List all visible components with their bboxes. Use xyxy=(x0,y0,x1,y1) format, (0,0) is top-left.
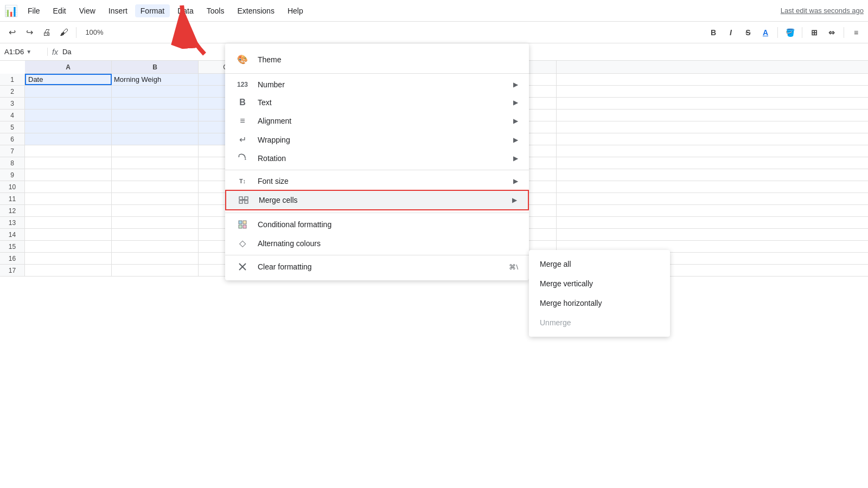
italic-button[interactable]: I xyxy=(723,25,738,40)
menu-file[interactable]: File xyxy=(22,4,46,17)
cell-B13[interactable] xyxy=(112,217,199,228)
merge-all-label: Merge all xyxy=(540,260,571,268)
menu-divider-2 xyxy=(225,170,529,170)
conditional-icon xyxy=(236,220,249,229)
cell-B17[interactable] xyxy=(112,265,199,276)
cell-A12[interactable] xyxy=(25,205,112,216)
col-header-a[interactable]: A xyxy=(25,61,112,73)
cell-A9[interactable] xyxy=(25,169,112,181)
cell-B11[interactable] xyxy=(112,193,199,204)
cell-A11[interactable] xyxy=(25,193,112,204)
format-menu-conditional[interactable]: Conditional formatting xyxy=(225,215,529,234)
conditional-label: Conditional formatting xyxy=(258,220,518,229)
menu-divider-3 xyxy=(225,213,529,213)
cell-A6[interactable] xyxy=(25,133,112,145)
menu-edit[interactable]: Edit xyxy=(48,4,72,17)
cell-B2[interactable] xyxy=(112,86,199,97)
alignment-label: Alignment xyxy=(258,117,505,125)
font-size-label: Font size xyxy=(258,177,505,185)
cell-A16[interactable] xyxy=(25,253,112,264)
merge-cells-icon xyxy=(237,195,250,205)
cell-reference[interactable]: A1:D6 ▼ xyxy=(4,48,48,56)
cell-A2[interactable] xyxy=(25,86,112,97)
format-menu-clear[interactable]: Clear formatting ⌘\ xyxy=(225,258,529,276)
number-arrow: ▶ xyxy=(513,81,518,88)
menu-data[interactable]: Data xyxy=(172,4,199,17)
svg-rect-3 xyxy=(239,201,242,203)
unmerge[interactable]: Unmerge xyxy=(529,313,670,332)
undo-button[interactable]: ↩ xyxy=(4,25,20,40)
strikethrough-button[interactable]: S xyxy=(741,25,756,40)
cell-A5[interactable] xyxy=(25,121,112,133)
wrapping-label: Wrapping xyxy=(258,136,505,144)
format-menu-theme[interactable]: 🎨 Theme xyxy=(225,48,529,71)
cell-A10[interactable] xyxy=(25,181,112,192)
font-size-icon: T↕ xyxy=(236,178,249,184)
menu-insert[interactable]: Insert xyxy=(103,4,133,17)
cell-B3[interactable] xyxy=(112,98,199,109)
format-menu-number[interactable]: 123 Number ▶ xyxy=(225,76,529,93)
row-num-1: 1 xyxy=(0,74,25,85)
merge-all[interactable]: Merge all xyxy=(529,254,670,274)
format-menu-font-size[interactable]: T↕ Font size ▶ xyxy=(225,172,529,190)
cell-B9[interactable] xyxy=(112,169,199,181)
cell-A14[interactable] xyxy=(25,229,112,240)
cell-B15[interactable] xyxy=(112,241,199,252)
cell-A15[interactable] xyxy=(25,241,112,252)
menu-help[interactable]: Help xyxy=(282,4,309,17)
zoom-level: 100% xyxy=(81,28,108,36)
format-menu-alignment[interactable]: ≡ Alignment ▶ xyxy=(225,112,529,130)
cell-B7[interactable] xyxy=(112,145,199,157)
format-menu-text[interactable]: B Text ▶ xyxy=(225,93,529,112)
merge-horizontally[interactable]: Merge horizontally xyxy=(529,293,670,313)
cell-B12[interactable] xyxy=(112,205,199,216)
more-button[interactable]: ≡ xyxy=(848,25,864,40)
cell-A7[interactable] xyxy=(25,145,112,157)
toolbar-right: B I S A 🪣 ⊞ ⇔ ≡ xyxy=(706,25,868,40)
redo-button[interactable]: ↪ xyxy=(22,25,37,40)
format-menu-alternating[interactable]: ◇ Alternating colours xyxy=(225,234,529,253)
menu-view[interactable]: View xyxy=(74,4,101,17)
merge-cells-arrow: ▶ xyxy=(512,196,517,204)
borders-button[interactable]: ⊞ xyxy=(807,25,822,40)
cell-B5[interactable] xyxy=(112,121,199,133)
cell-a1[interactable]: Date xyxy=(25,74,112,85)
format-menu-rotation[interactable]: Rotation ▶ xyxy=(225,149,529,168)
alignment-icon: ≡ xyxy=(236,116,249,126)
cell-A4[interactable] xyxy=(25,110,112,121)
row-num-12: 12 xyxy=(0,205,25,216)
underline-button[interactable]: A xyxy=(758,25,773,40)
cell-B10[interactable] xyxy=(112,181,199,192)
merge-vertically[interactable]: Merge vertically xyxy=(529,274,670,293)
menu-tools[interactable]: Tools xyxy=(201,4,230,17)
col-header-b[interactable]: B xyxy=(112,61,199,73)
cell-A3[interactable] xyxy=(25,98,112,109)
cell-B4[interactable] xyxy=(112,110,199,121)
cell-B16[interactable] xyxy=(112,253,199,264)
row-num-6: 6 xyxy=(0,133,25,145)
cell-A13[interactable] xyxy=(25,217,112,228)
text-icon: B xyxy=(236,98,249,107)
format-menu-wrapping[interactable]: ↵ Wrapping ▶ xyxy=(225,130,529,149)
cell-B8[interactable] xyxy=(112,157,199,169)
cell-b1[interactable]: Morning Weigh xyxy=(112,74,199,85)
rotation-arrow: ▶ xyxy=(513,155,518,162)
cell-B6[interactable] xyxy=(112,133,199,145)
separator-2 xyxy=(777,27,778,38)
cell-A17[interactable] xyxy=(25,265,112,276)
cell-A8[interactable] xyxy=(25,157,112,169)
merge-cells-submenu: Merge all Merge vertically Merge horizon… xyxy=(529,250,670,337)
cell-ref-dropdown[interactable]: ▼ xyxy=(26,49,31,55)
merge-cells-button[interactable]: ⇔ xyxy=(824,25,839,40)
format-menu-merge-cells[interactable]: Merge cells ▶ xyxy=(225,190,529,210)
menu-extensions[interactable]: Extensions xyxy=(232,4,279,17)
paint-format-button[interactable]: 🖌 xyxy=(56,25,72,40)
bold-button[interactable]: B xyxy=(706,25,721,40)
alternating-icon: ◇ xyxy=(236,238,249,248)
svg-rect-9 xyxy=(243,221,246,224)
paint-bucket-button[interactable]: 🪣 xyxy=(782,25,797,40)
clear-label: Clear formatting xyxy=(258,262,500,271)
cell-B14[interactable] xyxy=(112,229,199,240)
menu-format[interactable]: Format xyxy=(135,4,170,17)
print-button[interactable]: 🖨 xyxy=(39,25,54,40)
